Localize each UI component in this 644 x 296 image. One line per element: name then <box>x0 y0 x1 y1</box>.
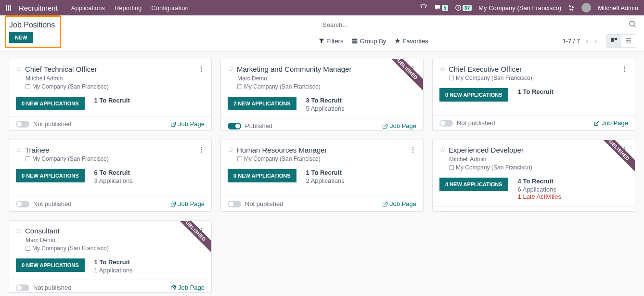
building-icon <box>26 84 30 89</box>
job-page-link[interactable]: Job Page <box>382 200 416 207</box>
job-page-link[interactable]: Job Page <box>594 119 628 127</box>
applications-count: 1 Applications <box>94 267 133 274</box>
publish-toggle[interactable] <box>228 201 241 207</box>
building-icon <box>449 76 454 80</box>
new-applications-button[interactable]: 0 NEW APPLICATIONS <box>16 258 85 272</box>
to-recruit: 1 To Recruit <box>518 88 554 95</box>
publish-toggle[interactable] <box>439 120 453 127</box>
publish-toggle[interactable] <box>439 211 453 212</box>
new-applications-button[interactable]: 0 NEW APPLICATIONS <box>16 169 85 182</box>
star-icon[interactable]: ☆ <box>439 65 446 73</box>
new-applications-button[interactable]: 4 NEW APPLICATIONS <box>439 178 508 191</box>
apps-menu-icon[interactable] <box>6 5 11 11</box>
filters-button[interactable]: Filters <box>319 38 343 45</box>
job-card[interactable]: ☆ Human Resources Manager ⋮ My Company (… <box>220 140 424 212</box>
star-icon[interactable]: ☆ <box>228 65 234 73</box>
star-icon[interactable]: ☆ <box>16 146 22 154</box>
card-company: My Company (San Francisco) <box>237 83 416 90</box>
to-recruit: 4 To Recruit <box>518 178 561 185</box>
card-menu-icon[interactable]: ⋮ <box>198 146 205 154</box>
publish-label: Not published <box>33 200 72 207</box>
card-company: My Company (San Francisco) <box>449 75 628 81</box>
card-recruiter: Marc Demo <box>26 237 205 244</box>
card-menu-icon[interactable]: ⋮ <box>621 65 628 73</box>
nav-applications[interactable]: Applications <box>71 4 105 12</box>
new-applications-button[interactable]: 0 NEW APPLICATIONS <box>228 169 296 182</box>
applications-count: 5 Applications <box>306 105 345 112</box>
tools-icon[interactable] <box>568 4 575 11</box>
publish-label: Not published <box>457 119 495 127</box>
pager-prev[interactable]: ‹ <box>585 37 589 46</box>
card-company: My Company (San Francisco) <box>26 245 205 252</box>
job-card[interactable]: PUBLISHED ☆ Consultant ⋮ Marc Demo My Co… <box>9 220 212 293</box>
favorites-button[interactable]: Favorites <box>395 38 428 45</box>
job-page-link[interactable]: Job Page <box>594 210 628 212</box>
job-page-link[interactable]: Job Page <box>170 120 205 128</box>
applications-count: 3 Applications <box>94 177 133 184</box>
to-recruit: 1 To Recruit <box>94 258 133 266</box>
topbar: Recruitment Applications Reporting Confi… <box>0 0 644 15</box>
search-input[interactable] <box>319 19 629 30</box>
applications-count: 6 Applications <box>518 186 561 193</box>
pager[interactable]: 1-7 / 7 <box>562 38 580 45</box>
card-recruiter: Marc Demo <box>237 75 416 82</box>
user-avatar[interactable] <box>581 3 591 13</box>
new-applications-button[interactable]: 0 NEW APPLICATIONS <box>16 97 85 110</box>
nav-configuration[interactable]: Configuration <box>151 4 188 12</box>
building-icon <box>449 165 454 170</box>
new-applications-button[interactable]: 2 NEW APPLICATIONS <box>228 97 296 110</box>
new-button[interactable]: NEW <box>9 32 33 43</box>
pager-next[interactable]: › <box>594 37 598 46</box>
activity-icon[interactable]: 37 <box>455 4 472 11</box>
job-card[interactable]: PUBLISHED ☆ Marketing and Community Mana… <box>220 59 424 131</box>
publish-label: Not published <box>245 200 283 207</box>
list-view-button[interactable] <box>621 35 636 47</box>
card-recruiter: Mitchell Admin <box>26 75 205 82</box>
star-icon[interactable]: ☆ <box>228 146 234 154</box>
publish-toggle[interactable] <box>228 123 241 129</box>
svg-rect-6 <box>615 38 617 40</box>
job-page-link[interactable]: Job Page <box>170 284 205 291</box>
building-icon <box>26 156 30 161</box>
card-recruiter: Mitchell Admin <box>449 156 628 163</box>
star-icon[interactable]: ☆ <box>439 146 446 154</box>
building-icon <box>26 246 30 251</box>
job-card[interactable]: ☆ Trainee ⋮ My Company (San Francisco) 0… <box>9 140 212 212</box>
publish-toggle[interactable] <box>16 201 29 207</box>
publish-label: Published <box>245 122 272 129</box>
card-company: My Company (San Francisco) <box>26 155 205 162</box>
nav-reporting[interactable]: Reporting <box>115 4 142 12</box>
star-icon[interactable]: ☆ <box>16 227 22 234</box>
phone-icon[interactable] <box>420 4 427 12</box>
company-selector[interactable]: My Company (San Francisco) <box>478 4 561 12</box>
job-card[interactable]: ☆ Chief Technical Officer ⋮ Mitchell Adm… <box>9 59 212 131</box>
new-applications-button[interactable]: 0 NEW APPLICATIONS <box>439 88 508 102</box>
building-icon <box>237 156 242 161</box>
chat-icon[interactable]: 5 <box>434 4 449 11</box>
card-title: Trainee <box>25 146 49 154</box>
chat-badge: 5 <box>442 5 449 11</box>
job-page-link[interactable]: Job Page <box>382 122 416 129</box>
publish-label: Not published <box>33 120 72 128</box>
groupby-button[interactable]: Group By <box>352 38 386 45</box>
card-title: Chief Technical Officer <box>25 65 97 73</box>
card-menu-icon[interactable]: ⋮ <box>198 65 205 73</box>
job-page-link[interactable]: Job Page <box>170 200 205 207</box>
to-recruit: 6 To Recruit <box>94 169 133 176</box>
highlighted-area: Job Positions NEW <box>5 15 61 48</box>
search-icon[interactable] <box>629 20 636 29</box>
publish-toggle[interactable] <box>16 284 29 291</box>
kanban-view-button[interactable] <box>607 35 621 47</box>
card-title: Consultant <box>25 227 60 235</box>
card-company: My Company (San Francisco) <box>449 164 628 171</box>
star-icon[interactable]: ☆ <box>16 65 22 73</box>
card-menu-icon[interactable]: ⋮ <box>410 146 416 154</box>
job-card[interactable]: PUBLISHED ☆ Experienced Developer ⋮ Mitc… <box>432 140 635 212</box>
control-panel: Job Positions NEW Filters Group By Favor… <box>0 15 644 52</box>
publish-toggle[interactable] <box>16 121 29 128</box>
svg-rect-4 <box>352 42 358 43</box>
user-name[interactable]: Mitchell Admin <box>598 4 638 12</box>
card-company: My Company (San Francisco) <box>237 155 416 162</box>
svg-rect-2 <box>352 39 358 40</box>
job-card[interactable]: ☆ Chief Executive Officer ⋮ My Company (… <box>432 59 635 131</box>
